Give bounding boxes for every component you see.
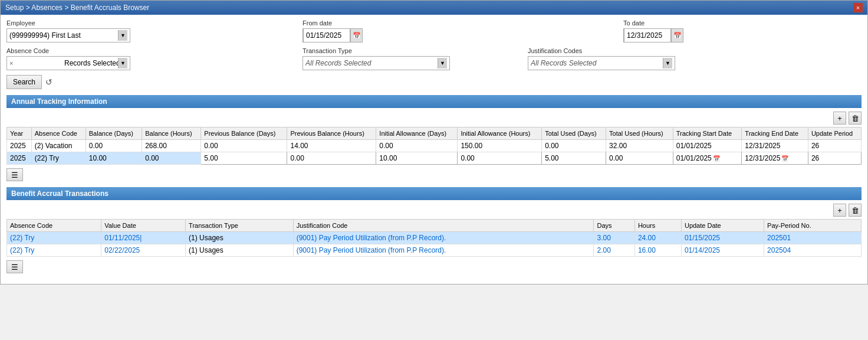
col-balance-hours: Balance (Hours) bbox=[142, 128, 201, 140]
table-row[interactable]: (22) Try01/11/2025|(1) Usages(9001) Pay … bbox=[7, 232, 862, 244]
col-prev-bal-hours: Previous Balance (Hours) bbox=[287, 128, 376, 140]
col-tx-update-date: Update Date bbox=[681, 220, 764, 232]
benefit-transactions-add-button[interactable]: + bbox=[833, 204, 846, 217]
col-tx-transaction-type: Transaction Type bbox=[186, 220, 294, 232]
benefit-transactions-bottom-bar: ☰ bbox=[6, 260, 862, 273]
employee-value: (999999994) First Last bbox=[9, 31, 118, 40]
justification-codes-dropdown-arrow[interactable]: ▼ bbox=[663, 58, 672, 68]
benefit-transactions-toolbar: + 🗑 bbox=[6, 204, 862, 217]
absence-code-select[interactable]: × Records Selected - 2 ▼ bbox=[6, 56, 130, 70]
to-date-calendar-button[interactable]: 📅 bbox=[671, 29, 683, 42]
col-tx-hours: Hours bbox=[634, 220, 681, 232]
table-row[interactable]: 2025(2) Vacation0.00268.000.0014.000.001… bbox=[7, 140, 862, 152]
employee-group: Employee (999999994) First Last ▼ bbox=[6, 19, 130, 42]
col-prev-bal-days: Previous Balance (Days) bbox=[201, 128, 287, 140]
justification-codes-label: Justification Codes bbox=[528, 47, 675, 54]
benefit-transactions-header-row: Absence Code Value Date Transaction Type… bbox=[7, 220, 862, 232]
table-row[interactable]: 2025(22) Try10.000.005.000.0010.000.005.… bbox=[7, 152, 862, 165]
absence-code-clear-button[interactable]: × bbox=[9, 60, 63, 67]
justification-codes-placeholder: All Records Selected bbox=[531, 59, 663, 67]
breadcrumb: Setup > Absences > Benefit Accruals Brow… bbox=[5, 4, 149, 12]
transaction-type-placeholder: All Records Selected bbox=[305, 59, 438, 67]
annual-tracking-add-button[interactable]: + bbox=[833, 112, 846, 125]
from-date-input[interactable] bbox=[303, 28, 350, 42]
col-absence-code: Absence Code bbox=[31, 128, 86, 140]
from-date-input-wrapper[interactable]: 📅 bbox=[303, 28, 363, 42]
transaction-type-dropdown-arrow[interactable]: ▼ bbox=[438, 58, 447, 68]
to-date-group: To date 📅 bbox=[623, 19, 683, 42]
annual-tracking-header: Annual Tracking Information bbox=[6, 95, 862, 108]
col-tx-pay-period: Pay-Period No. bbox=[764, 220, 862, 232]
main-window: Setup > Absences > Benefit Accruals Brow… bbox=[0, 0, 868, 285]
col-total-used-hours: Total Used (Hours) bbox=[606, 128, 673, 140]
benefit-transactions-header: Benefit Accrual Transactions bbox=[6, 187, 862, 200]
employee-select[interactable]: (999999994) First Last ▼ bbox=[6, 28, 130, 42]
annual-tracking-bottom-bar: ☰ bbox=[6, 168, 862, 181]
annual-tracking-header-row: Year Absence Code Balance (Days) Balance… bbox=[7, 128, 862, 140]
absence-code-label: Absence Code bbox=[6, 47, 130, 54]
refresh-icon[interactable]: ↺ bbox=[45, 77, 52, 87]
benefit-transactions-section: Benefit Accrual Transactions + 🗑 Absence… bbox=[6, 187, 862, 273]
absence-code-value: Records Selected - 2 bbox=[64, 59, 118, 67]
col-tx-value-date: Value Date bbox=[101, 220, 186, 232]
benefit-transactions-title: Benefit Accrual Transactions bbox=[11, 189, 108, 198]
annual-tracking-table: Year Absence Code Balance (Days) Balance… bbox=[6, 127, 862, 165]
col-update-period: Update Period bbox=[808, 128, 861, 140]
employee-label: Employee bbox=[6, 19, 130, 27]
justification-codes-select[interactable]: All Records Selected ▼ bbox=[528, 56, 675, 70]
to-date-label: To date bbox=[623, 19, 683, 27]
annual-tracking-delete-button[interactable]: 🗑 bbox=[849, 112, 862, 125]
col-tx-justification-code: Justification Code bbox=[293, 220, 594, 232]
table-row[interactable]: (22) Try02/22/2025(1) Usages(9001) Pay P… bbox=[7, 244, 862, 257]
benefit-transactions-delete-button[interactable]: 🗑 bbox=[849, 204, 862, 217]
from-date-calendar-button[interactable]: 📅 bbox=[350, 29, 362, 42]
employee-dropdown-arrow[interactable]: ▼ bbox=[118, 30, 127, 41]
col-balance-days: Balance (Days) bbox=[86, 128, 142, 140]
annual-tracking-section: Annual Tracking Information + 🗑 Year Abs… bbox=[6, 95, 862, 181]
col-total-used-days: Total Used (Days) bbox=[542, 128, 606, 140]
justification-codes-group: Justification Codes All Records Selected… bbox=[528, 47, 675, 70]
filter-row-2: Absence Code × Records Selected - 2 ▼ Tr… bbox=[6, 47, 862, 70]
transaction-type-select[interactable]: All Records Selected ▼ bbox=[303, 56, 450, 70]
from-date-label: From date bbox=[303, 19, 363, 27]
col-init-allow-days: Initial Allowance (Days) bbox=[376, 128, 458, 140]
transaction-type-label: Transaction Type bbox=[303, 47, 450, 54]
close-button[interactable]: × bbox=[853, 3, 863, 12]
filter-row-1: Employee (999999994) First Last ▼ From d… bbox=[6, 19, 862, 42]
benefit-transactions-list-button[interactable]: ☰ bbox=[6, 260, 23, 273]
title-bar: Setup > Absences > Benefit Accruals Brow… bbox=[1, 1, 867, 15]
from-date-group: From date 📅 bbox=[303, 19, 363, 42]
col-year: Year bbox=[7, 128, 32, 140]
benefit-transactions-table: Absence Code Value Date Transaction Type… bbox=[6, 219, 862, 257]
absence-code-dropdown-arrow[interactable]: ▼ bbox=[118, 58, 127, 68]
search-row: Search ↺ bbox=[6, 75, 862, 89]
absence-code-group: Absence Code × Records Selected - 2 ▼ bbox=[6, 47, 130, 70]
annual-tracking-title: Annual Tracking Information bbox=[11, 97, 107, 106]
col-tracking-start: Tracking Start Date bbox=[673, 128, 742, 140]
to-date-input-wrapper[interactable]: 📅 bbox=[623, 28, 683, 42]
search-button[interactable]: Search bbox=[6, 75, 42, 89]
col-init-allow-hours: Initial Allowance (Hours) bbox=[458, 128, 542, 140]
annual-tracking-toolbar: + 🗑 bbox=[6, 112, 862, 125]
col-tracking-end: Tracking End Date bbox=[742, 128, 808, 140]
to-date-input[interactable] bbox=[624, 28, 671, 42]
col-tx-days: Days bbox=[594, 220, 634, 232]
transaction-type-group: Transaction Type All Records Selected ▼ bbox=[303, 47, 450, 70]
annual-tracking-list-button[interactable]: ☰ bbox=[6, 168, 23, 181]
col-tx-absence-code: Absence Code bbox=[7, 220, 101, 232]
